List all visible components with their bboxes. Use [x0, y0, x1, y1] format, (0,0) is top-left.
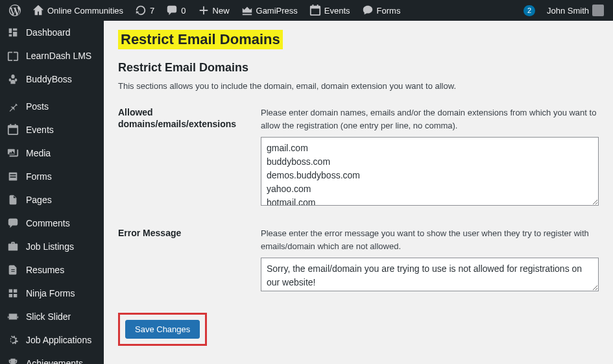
- sidebar-item-resumes[interactable]: Resumes: [0, 258, 104, 282]
- sidebar-item-posts[interactable]: Posts: [0, 95, 104, 118]
- error-message-textarea[interactable]: [261, 258, 599, 291]
- comments-link[interactable]: 0: [162, 0, 189, 21]
- notifications-link[interactable]: 2: [520, 0, 539, 21]
- error-message-help: Please enter the error message you want …: [261, 227, 599, 252]
- updates-count: 7: [150, 6, 154, 16]
- sidebar-item-forms[interactable]: Forms: [0, 165, 104, 188]
- allowed-domains-textarea[interactable]: [261, 137, 599, 206]
- wordpress-logo[interactable]: [5, 0, 25, 21]
- events-label: Events: [324, 6, 350, 16]
- sidebar-item-label: Resumes: [26, 265, 64, 275]
- sidebar-item-label: Slick Slider: [26, 311, 71, 322]
- media-icon: [6, 147, 19, 160]
- site-name-link[interactable]: Online Communities: [29, 0, 127, 21]
- sidebar-item-label: BuddyBoss: [26, 74, 72, 84]
- sidebar-item-label: Media: [26, 148, 51, 158]
- calendar-icon: [6, 123, 19, 136]
- sidebar-item-ninja-forms[interactable]: Ninja Forms: [0, 282, 104, 305]
- forms-link[interactable]: Forms: [358, 0, 405, 21]
- save-changes-button[interactable]: Save Changes: [125, 320, 200, 339]
- wordpress-icon: [9, 5, 21, 16]
- sidebar-item-media[interactable]: Media: [0, 141, 104, 165]
- page-icon: [6, 193, 19, 206]
- error-message-label: Error Message: [118, 227, 261, 293]
- slider-icon: [6, 310, 19, 323]
- chat-icon: [362, 5, 374, 16]
- sidebar-item-label: Job Applications: [26, 335, 91, 345]
- sidebar-item-slick-slider[interactable]: Slick Slider: [0, 305, 104, 328]
- main-content: Restrict Email Domains Restrict Email Do…: [104, 21, 613, 364]
- briefcase-icon: [6, 240, 19, 253]
- sidebar-item-label: Pages: [26, 195, 52, 205]
- book-icon: [6, 49, 19, 62]
- sidebar-item-pages[interactable]: Pages: [0, 188, 104, 212]
- sidebar-item-label: LearnDash LMS: [26, 51, 91, 61]
- sidebar-item-label: Dashboard: [26, 27, 71, 38]
- sidebar-item-learndash[interactable]: LearnDash LMS: [0, 44, 104, 67]
- document-icon: [6, 263, 19, 276]
- sidebar-item-dashboard[interactable]: Dashboard: [0, 21, 104, 44]
- comments-count: 0: [181, 6, 186, 16]
- grid-icon: [6, 287, 19, 300]
- new-label: New: [213, 6, 230, 16]
- update-icon: [135, 5, 147, 16]
- gear-icon: [6, 334, 19, 346]
- forms-icon: [6, 170, 19, 183]
- trophy-icon: [6, 357, 19, 364]
- sidebar-item-label: Job Listings: [26, 241, 74, 252]
- gamipress-label: GamiPress: [256, 6, 298, 16]
- gamipress-link[interactable]: GamiPress: [237, 0, 302, 21]
- calendar-icon: [309, 5, 321, 16]
- user-account-link[interactable]: John Smith: [543, 0, 608, 21]
- section-description: This sections allows you to include the …: [118, 81, 599, 91]
- buddyboss-icon: [6, 73, 19, 86]
- home-icon: [32, 5, 44, 16]
- sidebar-item-label: Posts: [26, 101, 49, 112]
- forms-label: Forms: [377, 6, 401, 16]
- comment-icon: [6, 217, 19, 230]
- sidebar-item-label: Comments: [26, 218, 70, 228]
- allowed-domains-row: Allowed domains/emails/extensions Please…: [118, 106, 599, 208]
- sidebar-item-events[interactable]: Events: [0, 118, 104, 141]
- site-name-label: Online Communities: [47, 6, 123, 16]
- admin-topbar: Online Communities 7 0 New GamiPress Eve…: [0, 0, 613, 21]
- sidebar-item-label: Ninja Forms: [26, 288, 75, 298]
- sidebar-item-buddyboss[interactable]: BuddyBoss: [0, 67, 104, 91]
- section-title: Restrict Email Domains: [118, 61, 599, 75]
- admin-sidebar: Dashboard LearnDash LMS BuddyBoss Posts …: [0, 21, 104, 364]
- highlight-title: Restrict Email Domains: [118, 30, 283, 49]
- error-message-row: Error Message Please enter the error mes…: [118, 227, 599, 293]
- crown-icon: [241, 5, 253, 16]
- updates-link[interactable]: 7: [131, 0, 158, 21]
- sidebar-item-label: Forms: [26, 171, 52, 182]
- plus-icon: [198, 5, 210, 16]
- save-highlight-box: Save Changes: [118, 313, 207, 346]
- notifications-badge: 2: [523, 5, 535, 16]
- sidebar-item-achievements[interactable]: Achievements: [0, 352, 104, 364]
- sidebar-item-job-listings[interactable]: Job Listings: [0, 235, 104, 258]
- allowed-domains-help: Please enter domain names, emails and/or…: [261, 106, 599, 132]
- dashboard-icon: [6, 26, 19, 39]
- user-name-label: John Smith: [547, 6, 589, 16]
- sidebar-item-job-applications[interactable]: Job Applications: [0, 328, 104, 352]
- new-content-link[interactable]: New: [194, 0, 234, 21]
- avatar: [592, 5, 604, 16]
- sidebar-item-comments[interactable]: Comments: [0, 212, 104, 235]
- allowed-domains-label: Allowed domains/emails/extensions: [118, 106, 261, 208]
- speech-bubble-icon: [166, 5, 178, 16]
- sidebar-item-label: Achievements: [26, 358, 83, 364]
- events-link[interactable]: Events: [306, 0, 354, 21]
- sidebar-item-label: Events: [26, 125, 54, 135]
- pin-icon: [6, 100, 19, 113]
